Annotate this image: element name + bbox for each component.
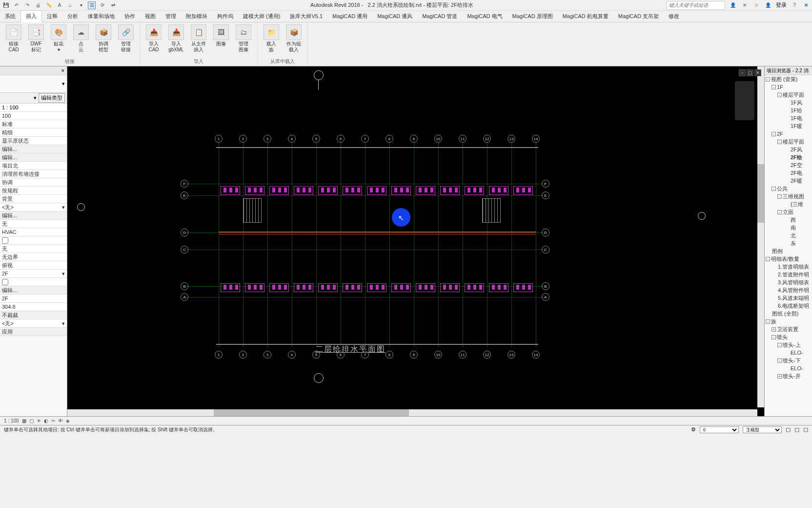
grid-bubble[interactable]: F: [181, 180, 188, 188]
sync-icon[interactable]: ⟳: [99, 1, 106, 9]
grid-bubble[interactable]: C: [542, 246, 549, 254]
checkbox-2[interactable]: [2, 279, 8, 285]
prop-checkbox-1[interactable]: [0, 236, 67, 245]
prop-hvac[interactable]: HVAC: [0, 228, 67, 236]
grid-bubble[interactable]: B: [181, 282, 188, 290]
tree-toggle-icon[interactable]: -: [777, 140, 782, 144]
grid-bubble[interactable]: 3: [264, 351, 271, 359]
tab-magi-pipe[interactable]: MagiCAD 管道: [417, 11, 462, 22]
grid-bubble[interactable]: 1: [215, 135, 223, 143]
section-marker-south[interactable]: [314, 373, 324, 383]
measure-icon[interactable]: 📏: [45, 1, 53, 9]
checkbox-1[interactable]: [2, 237, 8, 244]
grid-bubble[interactable]: 11: [459, 351, 467, 359]
grid-bubble[interactable]: A: [542, 293, 549, 301]
workset-combo[interactable]: 0: [700, 426, 739, 433]
search-input[interactable]: [667, 1, 725, 10]
tree-item[interactable]: -楼层平面: [765, 138, 812, 146]
tree-toggle-icon[interactable]: -: [771, 335, 776, 339]
tree-item[interactable]: 3.风管明细表: [765, 278, 812, 286]
tab-view[interactable]: 视图: [140, 11, 161, 22]
grid-bubble[interactable]: A: [181, 293, 188, 301]
tree-item[interactable]: 南: [765, 224, 812, 232]
grid-bubble[interactable]: D: [181, 229, 188, 236]
tree-toggle-icon[interactable]: -: [777, 93, 782, 97]
tree-toggle-icon[interactable]: -: [777, 343, 782, 347]
edit-type-button[interactable]: 编辑类型: [39, 93, 65, 103]
prop-unbounded[interactable]: 无边界: [0, 253, 67, 261]
tab-massing[interactable]: 体量和场地: [83, 11, 120, 22]
prop-level-2f[interactable]: 2F▾: [0, 270, 67, 278]
tab-manage[interactable]: 管理: [161, 11, 181, 22]
chevron-down-icon[interactable]: ▾: [34, 95, 37, 101]
tree-toggle-icon[interactable]: +: [771, 327, 776, 332]
close-view-icon[interactable]: ✕: [754, 69, 761, 76]
sun-path-icon[interactable]: ☀: [37, 418, 41, 423]
grid-bubble[interactable]: E: [181, 191, 188, 199]
tree-item[interactable]: {三维: [765, 200, 812, 208]
scale-input-row[interactable]: [0, 104, 67, 112]
grid-bubble[interactable]: 12: [483, 351, 491, 359]
ribbon-button[interactable]: 📑DWF标记: [25, 23, 47, 57]
tree-item[interactable]: 2F空: [765, 161, 812, 169]
grid-bubble[interactable]: 10: [434, 351, 442, 359]
tab-magi-mep[interactable]: MagiCAD 机电算量: [558, 11, 613, 22]
tab-jianmo[interactable]: 建模大师 (通用): [238, 11, 285, 22]
model-combo[interactable]: 主模型: [743, 426, 782, 433]
prop-row-standard[interactable]: 标准: [0, 120, 67, 128]
section-marker-west[interactable]: [77, 203, 85, 211]
tree-item[interactable]: 西: [765, 216, 812, 224]
prop-height[interactable]: 304.8: [0, 303, 67, 311]
edit-button-2[interactable]: 编辑...: [0, 153, 67, 162]
tree-item[interactable]: +喷头-开: [765, 372, 812, 380]
edit-button-1[interactable]: 编辑...: [0, 145, 67, 153]
grid-bubble[interactable]: C: [181, 246, 188, 254]
ribbon-button[interactable]: 🔗管理链接: [115, 23, 137, 57]
tree-toggle-icon[interactable]: -: [771, 85, 776, 89]
detail-level-icon[interactable]: ▦: [22, 418, 26, 423]
window-icon[interactable]: ☰: [88, 1, 96, 9]
text-icon[interactable]: A: [56, 1, 63, 9]
scale-field[interactable]: [2, 104, 65, 111]
tree-item[interactable]: -立面: [765, 208, 812, 216]
tree-item[interactable]: 1F暖: [765, 122, 812, 130]
tree-item[interactable]: 2F给: [765, 153, 812, 161]
tab-goujianwu[interactable]: 构件坞: [212, 11, 238, 22]
ribbon-button[interactable]: 🎨贴花▾: [48, 23, 69, 57]
prop-coord[interactable]: 协调: [0, 178, 67, 187]
grid-bubble[interactable]: 1: [215, 351, 223, 359]
tree-item[interactable]: ELO-: [765, 364, 812, 372]
tree-toggle-icon[interactable]: -: [771, 187, 776, 191]
edit-button-4[interactable]: 编辑...: [0, 286, 67, 295]
help-icon[interactable]: ?: [791, 1, 798, 9]
grid-bubble[interactable]: 11: [459, 135, 467, 143]
tree-item[interactable]: 5.风道末端明: [765, 294, 812, 302]
tree-toggle-icon[interactable]: +: [777, 374, 782, 379]
tree-item[interactable]: -喷头-下: [765, 357, 812, 364]
tab-modify[interactable]: 修改: [664, 11, 684, 22]
star-icon[interactable]: ☆: [752, 1, 760, 9]
section-marker-north[interactable]: [314, 70, 324, 80]
tree-item[interactable]: +卫浴装置: [765, 325, 812, 333]
tree-item[interactable]: 1.管道明细表: [765, 263, 812, 271]
tree-item[interactable]: 2F暖: [765, 177, 812, 185]
tree-item[interactable]: -公共: [765, 185, 812, 192]
tree-item[interactable]: -喷头-上: [765, 341, 812, 349]
grid-bubble[interactable]: E: [542, 191, 549, 199]
select-icon-3[interactable]: ▢: [803, 426, 808, 433]
ribbon-button[interactable]: ☁点云: [70, 23, 92, 57]
minimize-view-icon[interactable]: −: [739, 69, 746, 76]
type-selector[interactable]: ▾: [0, 75, 67, 93]
grid-bubble[interactable]: 5: [312, 135, 320, 143]
prop-wu-2[interactable]: 无: [0, 245, 67, 253]
grid-bubble[interactable]: 3: [264, 135, 271, 143]
ribbon-button[interactable]: 📦协调模型: [93, 23, 114, 57]
tree-item[interactable]: 2.管道附件明: [765, 271, 812, 278]
tree-item[interactable]: 东: [765, 239, 812, 247]
ribbon-button[interactable]: 📄链接CAD: [3, 23, 24, 57]
tree-item[interactable]: 1F给: [765, 106, 812, 114]
close-icon[interactable]: ✕: [61, 68, 65, 73]
tree-item[interactable]: -视图 (壹策): [765, 75, 812, 83]
login-link[interactable]: 登录: [776, 1, 787, 9]
tree-item[interactable]: -明细表/数量: [765, 255, 812, 263]
